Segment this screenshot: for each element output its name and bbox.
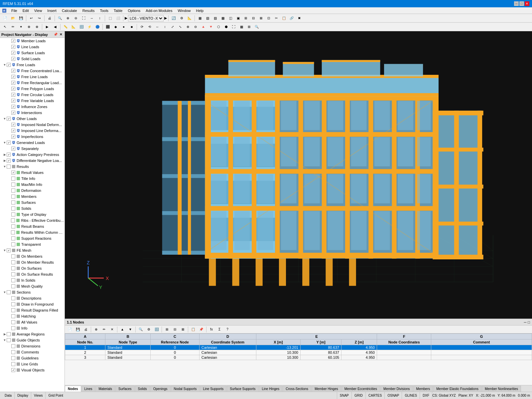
- bottom-panel-float[interactable]: □: [528, 320, 530, 324]
- tab-openings[interactable]: Openings: [150, 386, 171, 392]
- table-row[interactable]: 3 Standard 0 Cartesian 10.300 60.105 4.9…: [65, 355, 532, 360]
- tree-item-29[interactable]: Type of Display: [0, 211, 65, 217]
- table-tb11[interactable]: 🔢: [153, 326, 160, 333]
- tree-item-12[interactable]: ✓Intersections: [0, 110, 65, 116]
- tree-expand-49[interactable]: ▶: [3, 332, 7, 336]
- tb1-b1[interactable]: 🔍: [56, 15, 64, 22]
- tb1-b6[interactable]: ↕: [96, 15, 103, 22]
- maximize-btn[interactable]: □: [519, 1, 524, 6]
- tree-checkbox-4[interactable]: ✓: [7, 63, 11, 67]
- tree-item-55[interactable]: ✓Visual Objects: [0, 367, 65, 373]
- tree-checkbox-17[interactable]: ✓: [7, 141, 11, 145]
- tab-solids[interactable]: Solids: [135, 386, 150, 392]
- tree-item-16[interactable]: ✓Imperfections: [0, 134, 65, 140]
- tb1-extra8[interactable]: ⊟: [250, 15, 257, 22]
- tb1-b8[interactable]: ⬜: [114, 15, 122, 22]
- minimize-btn[interactable]: ─: [514, 1, 519, 6]
- tree-checkbox-25[interactable]: [11, 189, 15, 193]
- tree-checkbox-23[interactable]: [11, 177, 15, 181]
- tree-item-7[interactable]: ✓Free Rectangular Load...: [0, 80, 65, 86]
- tb1-extra3[interactable]: ▨: [211, 15, 219, 22]
- open-btn[interactable]: 📂: [9, 15, 17, 22]
- close-btn[interactable]: ✕: [525, 1, 529, 6]
- tree-item-10[interactable]: ✓Free Variable Loads: [0, 98, 65, 104]
- tree-checkbox-35[interactable]: ✓: [7, 248, 11, 252]
- tree-checkbox-9[interactable]: ✓: [11, 93, 15, 97]
- tb2-b11[interactable]: ⚡: [86, 23, 93, 31]
- tb1-b11[interactable]: 📐: [186, 15, 193, 22]
- tree-item-39[interactable]: On Surface Results: [0, 271, 65, 277]
- tree-expand-4[interactable]: ▼: [3, 63, 7, 67]
- tree-checkbox-53[interactable]: [11, 356, 15, 360]
- tree-checkbox-43[interactable]: [11, 296, 15, 300]
- tree-checkbox-12[interactable]: ✓: [11, 111, 15, 115]
- tree-checkbox-34[interactable]: [11, 242, 15, 246]
- tree-container[interactable]: ✓Member Loads✓Line Loads✓Surface Loads✓S…: [0, 38, 65, 392]
- tree-item-34[interactable]: Transparent: [0, 241, 65, 247]
- tb2-extra4[interactable]: ↕: [161, 23, 169, 31]
- cartes-btn[interactable]: CARTES: [366, 392, 385, 399]
- bottom-panel-minimize[interactable]: ─: [524, 320, 527, 324]
- tree-checkbox-48[interactable]: [11, 326, 15, 330]
- tree-checkbox-52[interactable]: [11, 350, 15, 354]
- tree-checkbox-11[interactable]: ✓: [11, 105, 15, 109]
- tab-member_hinges[interactable]: Member Hinges: [312, 386, 341, 392]
- tree-checkbox-33[interactable]: [11, 236, 15, 240]
- tb1-extra7[interactable]: ⊞: [242, 15, 249, 22]
- title-bar-controls[interactable]: ─ □ ✕: [514, 1, 529, 6]
- tree-checkbox-10[interactable]: ✓: [11, 99, 15, 103]
- tree-checkbox-44[interactable]: [11, 302, 15, 306]
- tree-item-30[interactable]: Ribs - Effective Contributi...: [0, 217, 65, 223]
- tab-nodal_supports[interactable]: Nodal Supports: [171, 386, 200, 392]
- tb2-b12[interactable]: 🔵: [94, 23, 101, 31]
- tree-item-38[interactable]: On Surfaces: [0, 265, 65, 271]
- tb1-b2[interactable]: ⊕: [64, 15, 71, 22]
- tree-checkbox-24[interactable]: [11, 183, 15, 187]
- tb2-extra3[interactable]: ↔: [154, 23, 161, 31]
- tb1-extra1[interactable]: ▦: [196, 15, 203, 22]
- tree-expand-19[interactable]: ▶: [3, 153, 7, 157]
- tree-item-46[interactable]: Hatching: [0, 313, 65, 319]
- menu-calculate[interactable]: Calculate: [59, 8, 80, 13]
- menu-view[interactable]: View: [32, 8, 45, 13]
- table-row[interactable]: 1 Standard 0 Cartesian -13.201 80.637 4.…: [65, 345, 532, 350]
- tab-members[interactable]: Members: [413, 386, 433, 392]
- tree-expand-13[interactable]: ▼: [3, 117, 7, 121]
- tree-item-2[interactable]: ✓Surface Loads: [0, 50, 65, 56]
- tree-checkbox-22[interactable]: ✓: [11, 171, 15, 175]
- tree-checkbox-8[interactable]: ✓: [11, 87, 15, 91]
- new-btn[interactable]: 📄: [1, 15, 9, 22]
- tree-item-47[interactable]: All Values: [0, 319, 65, 325]
- tb2-b10[interactable]: 🔢: [78, 23, 85, 31]
- tb2-b9[interactable]: 📐: [70, 23, 77, 31]
- tree-item-20[interactable]: ▶✓Differentiate Negative Loa...: [0, 158, 65, 164]
- tree-item-17[interactable]: ▼✓Generated Loads: [0, 140, 65, 146]
- tb1-b3[interactable]: ⊖: [72, 15, 79, 22]
- tree-item-22[interactable]: ✓Result Values: [0, 170, 65, 176]
- tab-lines[interactable]: Lines: [81, 386, 95, 392]
- tb2-b6[interactable]: ▶: [44, 23, 51, 31]
- tab-surfaces[interactable]: Surfaces: [115, 386, 134, 392]
- table-tb18[interactable]: Σ: [216, 326, 223, 333]
- tab-line_hinges[interactable]: Line Hinges: [259, 386, 283, 392]
- table-tb13[interactable]: ⊟: [171, 326, 179, 333]
- tree-item-37[interactable]: On Member Results: [0, 259, 65, 265]
- tree-checkbox-7[interactable]: ✓: [11, 81, 15, 85]
- tree-item-35[interactable]: ▼✓FE Mesh: [0, 247, 65, 253]
- tree-item-13[interactable]: ▼✓Other Loads: [0, 116, 65, 122]
- tree-checkbox-0[interactable]: ✓: [11, 39, 15, 43]
- tb2-extra15[interactable]: ⊞: [245, 23, 253, 31]
- tree-item-9[interactable]: ✓Free Circular Loads: [0, 92, 65, 98]
- snap-btn[interactable]: SNAP: [337, 392, 352, 399]
- tb2-b1[interactable]: ↖: [1, 23, 9, 31]
- tree-expand-42[interactable]: ▼: [3, 290, 7, 294]
- tb1-extra12[interactable]: 📋: [280, 15, 288, 22]
- tb1-b7[interactable]: ⬚: [106, 15, 114, 22]
- tb2-b5[interactable]: ⊗: [33, 23, 41, 31]
- tree-item-1[interactable]: ✓Line Loads: [0, 44, 65, 50]
- tab-member_elastic_foundations[interactable]: Member Elastic Foundations: [433, 386, 481, 392]
- tb1-extra5[interactable]: ◫: [227, 15, 234, 22]
- tree-item-11[interactable]: ✓Influence Zones: [0, 104, 65, 110]
- tree-item-8[interactable]: ✓Free Polygon Loads: [0, 86, 65, 92]
- tree-checkbox-3[interactable]: ✓: [11, 57, 15, 61]
